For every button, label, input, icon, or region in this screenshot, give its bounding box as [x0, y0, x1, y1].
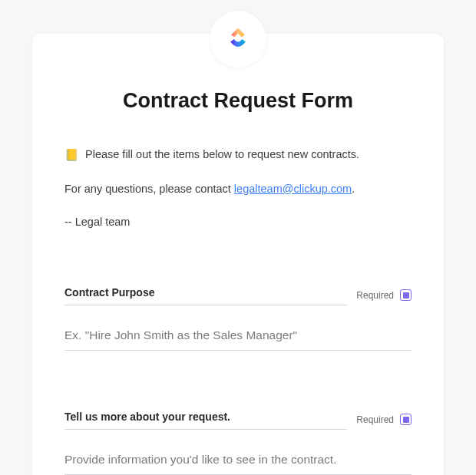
- required-indicator: Required: [356, 289, 412, 302]
- contact-email-link[interactable]: legalteam@clickup.com: [234, 183, 352, 195]
- required-text: Required: [356, 414, 394, 425]
- field-request-details: Tell us more about your request. Require…: [64, 411, 412, 475]
- required-indicator: Required: [356, 414, 412, 427]
- intro-signoff: -- Legal team: [64, 214, 412, 231]
- clickup-logo-icon: [224, 25, 252, 53]
- field-label-wrap: Contract Purpose: [64, 286, 347, 305]
- intro-text-2-prefix: For any questions, please contact: [64, 183, 234, 195]
- page-title: Contract Request Form: [64, 89, 412, 113]
- field-label-wrap: Tell us more about your request.: [64, 411, 347, 430]
- required-checkbox-icon: [400, 414, 412, 425]
- intro-line-2: For any questions, please contact legalt…: [64, 181, 412, 198]
- field-header: Tell us more about your request. Require…: [64, 411, 412, 430]
- intro-block: 📒 Please fill out the items below to req…: [64, 147, 412, 231]
- required-text: Required: [356, 290, 394, 301]
- contract-purpose-input[interactable]: [64, 319, 412, 351]
- field-label: Tell us more about your request.: [64, 411, 347, 423]
- intro-text-1: Please fill out the items below to reque…: [85, 147, 359, 163]
- logo-badge: [210, 11, 266, 68]
- form-card: Contract Request Form 📒 Please fill out …: [32, 34, 444, 475]
- field-label: Contract Purpose: [64, 286, 347, 299]
- field-header: Contract Purpose Required: [64, 286, 412, 305]
- intro-text-2-suffix: .: [352, 183, 355, 195]
- required-checkbox-icon: [400, 289, 412, 301]
- document-icon: 📒: [64, 147, 79, 164]
- intro-line-1: 📒 Please fill out the items below to req…: [64, 147, 412, 164]
- field-contract-purpose: Contract Purpose Required: [64, 286, 412, 351]
- request-details-input[interactable]: [64, 444, 412, 475]
